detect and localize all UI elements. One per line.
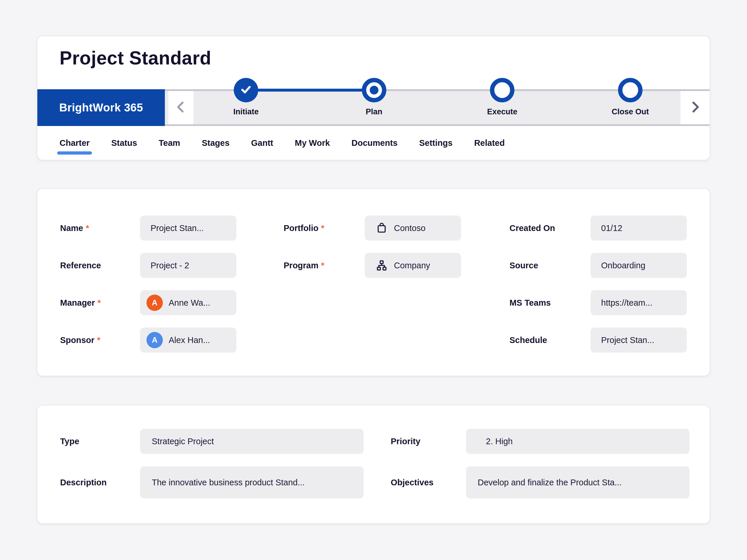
required-asterisk: * — [321, 261, 324, 270]
program-field[interactable]: Company — [365, 253, 461, 278]
created-on-field[interactable]: 01/12 — [591, 216, 687, 241]
reference-field[interactable]: Project - 2 — [140, 253, 236, 278]
required-asterisk: * — [98, 298, 101, 308]
stage-scroll-right-button[interactable] — [680, 91, 710, 124]
required-asterisk: * — [86, 223, 89, 233]
charter-summary-card: Type Strategic Project Priority 2. High … — [37, 405, 710, 524]
field-label-objectives: Objectives — [391, 466, 434, 499]
stage-close-out[interactable] — [618, 78, 643, 102]
stage-plan[interactable] — [362, 78, 386, 102]
type-field[interactable]: Strategic Project — [140, 429, 364, 454]
manager-avatar: A — [147, 295, 163, 311]
portfolio-field[interactable]: Contoso — [365, 216, 461, 241]
page: { "app": { "brand": "BrightWork 365", "t… — [0, 0, 747, 560]
business-process-stepper: BrightWork 365 — [37, 89, 710, 126]
brand-badge: BrightWork 365 — [37, 89, 165, 126]
stage-track: Initiate Plan Execute Close Out — [194, 91, 680, 124]
project-header-card: Project Standard BrightWork 365 — [37, 35, 710, 160]
chevron-left-icon — [174, 98, 188, 117]
stage-label-plan[interactable]: Plan — [366, 107, 382, 116]
manager-field[interactable]: A Anne Wa... — [140, 290, 236, 315]
tab-gantt[interactable]: Gantt — [251, 138, 274, 148]
field-label-created-on: Created On — [510, 216, 555, 241]
stage-initiate[interactable] — [234, 78, 258, 102]
objectives-field[interactable]: Develop and finalize the Product Sta... — [466, 466, 690, 499]
sponsor-avatar: A — [147, 332, 163, 348]
field-label-ms-teams: MS Teams — [510, 290, 550, 315]
field-label-priority: Priority — [391, 429, 420, 454]
description-field[interactable]: The innovative business product Stand... — [140, 466, 364, 499]
briefcase-icon — [375, 222, 388, 235]
stage-check-icon — [239, 83, 253, 98]
org-chart-icon — [375, 259, 388, 272]
tab-settings[interactable]: Settings — [419, 138, 452, 148]
tab-team[interactable]: Team — [159, 138, 180, 148]
required-asterisk: * — [321, 223, 324, 233]
field-label-program: Program* — [284, 253, 325, 278]
field-label-type: Type — [60, 429, 79, 454]
stage-label-close-out[interactable]: Close Out — [612, 107, 649, 116]
tab-status[interactable]: Status — [111, 138, 137, 148]
stage-connector-completed — [246, 89, 374, 91]
tab-charter[interactable]: Charter — [59, 138, 89, 148]
field-label-sponsor: Sponsor* — [60, 327, 100, 353]
field-label-reference: Reference — [60, 253, 101, 278]
tab-bar: Charter Status Team Stages Gantt My Work… — [59, 126, 505, 160]
schedule-field[interactable]: Project Stan... — [591, 327, 687, 353]
stage-scroll-left-button[interactable] — [169, 91, 194, 124]
ms-teams-field[interactable]: https://team... — [591, 290, 687, 315]
tab-my-work[interactable]: My Work — [295, 138, 330, 148]
field-label-schedule: Schedule — [510, 327, 547, 353]
chevron-right-icon — [688, 98, 702, 117]
stage-label-initiate[interactable]: Initiate — [233, 107, 259, 116]
field-label-name: Name* — [60, 216, 89, 241]
field-label-manager: Manager* — [60, 290, 101, 315]
tab-documents[interactable]: Documents — [352, 138, 398, 148]
field-label-portfolio: Portfolio* — [284, 216, 325, 241]
tab-related[interactable]: Related — [474, 138, 505, 148]
stage-label-execute[interactable]: Execute — [487, 107, 517, 116]
charter-details-card: Name* Project Stan... Portfolio* Contoso… — [37, 188, 710, 376]
stage-execute[interactable] — [490, 78, 514, 102]
field-label-source: Source — [510, 253, 538, 278]
stage-strip: Initiate Plan Execute Close Out — [165, 89, 710, 126]
stage-strip-gap — [165, 91, 169, 124]
name-field[interactable]: Project Stan... — [140, 216, 236, 241]
required-asterisk: * — [97, 336, 100, 345]
tab-stages[interactable]: Stages — [202, 138, 229, 148]
sponsor-field[interactable]: A Alex Han... — [140, 327, 236, 353]
priority-field[interactable]: 2. High — [466, 429, 690, 454]
source-field[interactable]: Onboarding — [591, 253, 687, 278]
page-title: Project Standard — [59, 47, 211, 69]
field-label-description: Description — [60, 466, 107, 499]
